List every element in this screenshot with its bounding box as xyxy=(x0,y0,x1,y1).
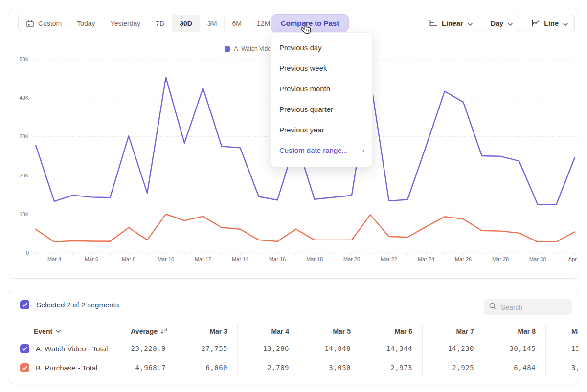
average-column-header[interactable]: Average xyxy=(127,324,176,339)
date-column-header: Mar 7 xyxy=(422,324,484,339)
x-axis-label: Mar 8 xyxy=(122,256,135,262)
calendar-icon xyxy=(26,20,34,28)
x-axis-label: Mar 26 xyxy=(455,256,472,262)
range-custom[interactable]: Custom xyxy=(19,15,69,32)
scale-dropdown[interactable]: Linear xyxy=(422,15,479,32)
segment-checkbox[interactable] xyxy=(20,363,29,372)
range-6m[interactable]: 6M xyxy=(224,15,248,32)
chevron-down-icon xyxy=(508,20,513,27)
event-header-label: Event xyxy=(34,324,52,339)
event-column-header[interactable]: Event xyxy=(9,324,127,339)
y-axis-label: 40K xyxy=(19,95,29,101)
menu-item-previous-year[interactable]: Previous year xyxy=(271,120,372,140)
search-icon xyxy=(489,302,497,312)
interval-label: Day xyxy=(491,20,504,27)
date-column-header: Mar 4 xyxy=(237,324,299,339)
insights-dashboard: CustomTodayYesterday7D30D3M6M12M Compare… xyxy=(0,0,587,392)
compare-to-past-button[interactable]: Compare to Past xyxy=(271,14,349,32)
range-yesterday[interactable]: Yesterday xyxy=(103,15,148,32)
cell-value: 2,925 xyxy=(422,358,484,377)
chart-type-dropdown[interactable]: Line xyxy=(524,15,575,32)
cell-value: 2,973 xyxy=(361,358,422,377)
segment-label: B. Purchase - Total xyxy=(36,358,97,377)
cell-value: 3,300 xyxy=(545,358,578,377)
x-axis-label: Mar 4 xyxy=(47,256,61,262)
chevron-down-icon xyxy=(563,20,568,27)
date-column-header: Mar 6 xyxy=(361,324,422,339)
series-line-purchase[interactable] xyxy=(36,214,575,242)
cell-value: 14,344 xyxy=(361,339,422,358)
x-axis-label: Mar 30 xyxy=(529,256,546,262)
y-axis-label: 50K xyxy=(19,56,29,62)
menu-item-previous-quarter[interactable]: Previous quarter xyxy=(271,99,372,120)
interval-dropdown[interactable]: Day xyxy=(484,15,520,32)
date-range-picker: CustomTodayYesterday7D30D3M6M12M xyxy=(18,15,278,32)
x-axis-label: Mar 10 xyxy=(158,256,174,262)
range-3m[interactable]: 3M xyxy=(200,15,224,32)
cell-value: 30,145 xyxy=(484,339,545,358)
cell-value: 3,050 xyxy=(299,358,361,377)
range-label: Custom xyxy=(38,20,62,27)
cell-value: 2,789 xyxy=(237,358,299,377)
range-label: 7D xyxy=(156,20,164,27)
menu-item-previous-week[interactable]: Previous week xyxy=(271,58,372,79)
range-label: 30D xyxy=(180,20,192,27)
chevron-right-icon: › xyxy=(362,140,364,161)
cell-value: 27,755 xyxy=(176,339,237,358)
line-chart-icon xyxy=(531,19,540,28)
cell-value: 15,400 xyxy=(545,339,578,358)
y-axis-label: 30K xyxy=(19,133,29,139)
chevron-down-icon xyxy=(56,330,61,333)
chart-controls: Linear Day Line xyxy=(422,15,575,32)
y-axis-label: 10K xyxy=(19,211,29,217)
chart-type-label: Line xyxy=(544,20,559,27)
cell-value: 14,848 xyxy=(299,339,361,358)
y-axis-label: 20K xyxy=(19,173,29,178)
segments-table: EventAverageMar 3Mar 4Mar 5Mar 6Mar 7Mar… xyxy=(9,324,578,377)
x-axis-label: Mar 14 xyxy=(232,256,248,262)
chevron-down-icon xyxy=(468,20,473,27)
segments-card: Selected 2 of 2 segments EventAverageMar… xyxy=(9,291,578,384)
search-box xyxy=(484,299,572,315)
range-30d[interactable]: 30D xyxy=(172,15,200,32)
average-value: 4,968.7 xyxy=(127,358,176,377)
selected-summary: Selected 2 of 2 segments xyxy=(36,301,119,309)
range-label: 3M xyxy=(207,20,217,27)
range-7d[interactable]: 7D xyxy=(148,15,172,32)
range-label: Yesterday xyxy=(111,20,141,27)
search-input[interactable] xyxy=(501,304,578,311)
segment-checkbox[interactable] xyxy=(20,344,29,353)
cell-value: 13,286 xyxy=(237,339,299,358)
x-axis-label: Mar 12 xyxy=(195,256,211,262)
cell-value: 6,060 xyxy=(176,358,237,377)
x-axis-label: Mar 24 xyxy=(418,256,434,262)
x-axis-label: Mar 20 xyxy=(343,256,360,262)
x-axis-label: Mar 28 xyxy=(492,256,509,262)
table-row-event: A. Watch Video - Total xyxy=(9,339,127,358)
x-axis-label: Mar 6 xyxy=(85,256,98,262)
cell-value: 14,230 xyxy=(422,339,484,358)
cell-value: 6,484 xyxy=(484,358,545,377)
segments-header: Selected 2 of 2 segments xyxy=(9,291,578,320)
average-value: 23,228.9 xyxy=(127,339,176,358)
average-header-label: Average xyxy=(131,324,158,339)
date-column-header: Mar 9 xyxy=(545,324,578,339)
date-column-header: Mar 5 xyxy=(299,324,361,339)
custom-date-range-label: Custom date range... xyxy=(279,140,362,161)
date-column-header: Mar 8 xyxy=(484,324,545,339)
menu-item-custom-date-range[interactable]: Custom date range...› xyxy=(271,140,372,161)
sort-descending-icon xyxy=(160,328,168,334)
y-axis-label: 0 xyxy=(26,250,29,256)
compare-to-past-menu: Previous dayPrevious weekPrevious monthP… xyxy=(270,32,373,167)
x-axis-label: Apr 1 xyxy=(568,256,578,262)
x-axis-label: Mar 16 xyxy=(269,256,286,262)
x-axis-label: Mar 22 xyxy=(381,256,397,262)
range-today[interactable]: Today xyxy=(69,15,102,32)
select-all-checkbox[interactable] xyxy=(20,300,29,309)
table-row-event: B. Purchase - Total xyxy=(9,358,127,377)
x-axis-label: Mar 18 xyxy=(306,256,323,262)
range-label: Today xyxy=(77,20,95,27)
range-label: 12M xyxy=(257,20,270,27)
menu-item-previous-month[interactable]: Previous month xyxy=(271,79,372,99)
menu-item-previous-day[interactable]: Previous day xyxy=(271,38,372,58)
